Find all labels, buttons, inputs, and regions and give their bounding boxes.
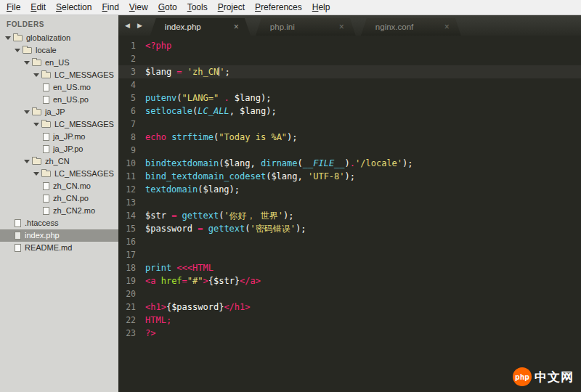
code-line[interactable]: 22HTML;: [118, 314, 581, 327]
expand-arrow-icon[interactable]: [24, 61, 30, 65]
tree-file-zh_CN2.mo[interactable]: zh_CN2.mo: [0, 205, 118, 217]
folder-icon: [41, 121, 51, 128]
code-line[interactable]: 7: [118, 118, 581, 131]
expand-arrow-icon[interactable]: [5, 36, 11, 40]
tree-file-README.md[interactable]: README.md: [0, 242, 118, 254]
code-line[interactable]: 13: [118, 196, 581, 209]
code-token: bindtextdomain: [145, 158, 219, 168]
code-line[interactable]: 1<?php: [118, 39, 581, 52]
tree-file-en_US.po[interactable]: en_US.po: [0, 94, 118, 106]
line-number: 13: [118, 196, 145, 209]
code-line[interactable]: 5putenv("LANG=" . $lang);: [118, 91, 581, 105]
line-number: 19: [118, 274, 145, 287]
tree-item-label: ja_JP.mo: [53, 131, 85, 143]
tree-file-zh_CN.mo[interactable]: zh_CN.mo: [0, 180, 118, 192]
tree-folder-LC_MESSAGES[interactable]: LC_MESSAGES: [0, 168, 118, 180]
code-line[interactable]: 18print <<<HTML: [118, 261, 581, 274]
line-content: <?php: [145, 39, 581, 52]
expand-arrow-icon[interactable]: [33, 73, 39, 77]
code-editor[interactable]: 1<?php23$lang = 'zh_CN';45putenv("LANG="…: [118, 36, 581, 392]
code-token: =: [198, 224, 208, 234]
tab-php.ini[interactable]: php.ini×: [256, 18, 356, 36]
code-line[interactable]: 3$lang = 'zh_CN';: [118, 65, 581, 78]
code-line[interactable]: 17: [118, 248, 581, 261]
expand-arrow-icon[interactable]: [24, 110, 30, 114]
code-line[interactable]: 23?>: [118, 327, 581, 340]
file-icon: [43, 96, 49, 104]
code-line[interactable]: 12textdomain($lang);: [118, 183, 581, 196]
menu-item-help[interactable]: Help: [307, 0, 336, 15]
tab-close-icon[interactable]: ×: [338, 22, 346, 32]
menu-item-view[interactable]: View: [124, 0, 153, 15]
code-line[interactable]: 9: [118, 144, 581, 157]
menu-item-file[interactable]: File: [1, 0, 25, 15]
tree-folder-en_US[interactable]: en_US: [0, 57, 118, 69]
code-token: __FILE__: [303, 158, 345, 168]
line-number: 3: [118, 65, 145, 78]
menu-item-find[interactable]: Find: [97, 0, 123, 15]
tab-nav-back-icon[interactable]: ◀: [121, 20, 134, 31]
code-line[interactable]: 14$str = gettext('你好， 世界');: [118, 209, 581, 222]
tree-item-label: LC_MESSAGES: [54, 69, 114, 81]
expand-arrow-icon[interactable]: [33, 172, 39, 176]
tree-file-ja_JP.mo[interactable]: ja_JP.mo: [0, 131, 118, 143]
expand-arrow-icon[interactable]: [24, 160, 30, 163]
code-line[interactable]: 21<h1>{$password}</h1>: [118, 301, 581, 314]
tree-folder-globalization[interactable]: globalization: [0, 32, 118, 44]
code-token: (: [245, 224, 250, 234]
code-line[interactable]: 10bindtextdomain($lang, dirname(__FILE__…: [118, 157, 581, 170]
tree-folder-ja_JP[interactable]: ja_JP: [0, 106, 118, 118]
tab-nav-forward-icon[interactable]: ▶: [134, 20, 146, 31]
menu-item-edit[interactable]: Edit: [25, 0, 51, 15]
code-line[interactable]: 20: [118, 287, 581, 301]
menu-item-goto[interactable]: Goto: [153, 0, 182, 15]
code-line[interactable]: 15$password = gettext('密码错误');: [118, 222, 581, 235]
tab-close-icon[interactable]: ×: [443, 22, 451, 32]
code-line[interactable]: 19<a href="#">{$str}</a>: [118, 274, 581, 287]
line-content: $lang = 'zh_CN';: [145, 65, 581, 78]
code-line[interactable]: 2: [118, 52, 581, 65]
code-token: '你好， 世界': [224, 211, 283, 221]
tree-file-index.php[interactable]: index.php: [0, 229, 118, 242]
line-number: 8: [118, 131, 145, 144]
code-token: $str: [145, 211, 171, 221]
tab-nginx.conf[interactable]: nginx.conf×: [361, 18, 461, 36]
tree-folder-locale[interactable]: locale: [0, 44, 118, 57]
code-token: ($lang,: [219, 158, 261, 168]
folder-icon: [23, 47, 32, 54]
tab-index.php[interactable]: index.php×: [150, 18, 251, 36]
line-number: 6: [118, 105, 145, 118]
expand-arrow-icon[interactable]: [15, 49, 20, 52]
code-line[interactable]: 6setlocale(LC_ALL, $lang);: [118, 105, 581, 118]
code-token: );: [287, 132, 297, 142]
tree-folder-LC_MESSAGES[interactable]: LC_MESSAGES: [0, 118, 118, 131]
code-line[interactable]: 8echo strftime("Today is %A");: [118, 131, 581, 144]
line-content: [145, 196, 581, 209]
menu-item-project[interactable]: Project: [213, 0, 250, 15]
tree-file-en_US.mo[interactable]: en_US.mo: [0, 81, 118, 94]
line-content: $str = gettext('你好， 世界');: [145, 209, 581, 222]
folder-icon: [41, 171, 51, 177]
tree-folder-zh_CN[interactable]: zh_CN: [0, 155, 118, 168]
tree-file-.htaccess[interactable]: .htaccess: [0, 217, 118, 229]
file-icon: [43, 182, 49, 190]
tree-item-label: en_US.mo: [53, 81, 91, 94]
code-token: $password: [145, 224, 198, 234]
tab-close-icon[interactable]: ×: [232, 22, 240, 32]
menu-item-selection[interactable]: Selection: [51, 0, 97, 15]
expand-arrow-icon[interactable]: [33, 123, 39, 126]
code-token: </a>: [240, 276, 261, 286]
line-number: 20: [118, 287, 145, 301]
code-line[interactable]: 16: [118, 235, 581, 248]
tree-file-ja_JP.po[interactable]: ja_JP.po: [0, 143, 118, 155]
code-token: print: [145, 263, 176, 273]
code-line[interactable]: 11bind_textdomain_codeset($lang, 'UTF-8'…: [118, 170, 581, 183]
code-line[interactable]: 4: [118, 78, 581, 91]
tree-folder-LC_MESSAGES[interactable]: LC_MESSAGES: [0, 69, 118, 81]
menu-item-preferences[interactable]: Preferences: [250, 0, 307, 15]
tree-file-zh_CN.po[interactable]: zh_CN.po: [0, 192, 118, 205]
line-content: ?>: [145, 327, 581, 340]
menu-item-tools[interactable]: Tools: [182, 0, 213, 15]
code-token: .: [350, 158, 355, 168]
line-number: 4: [118, 78, 145, 91]
